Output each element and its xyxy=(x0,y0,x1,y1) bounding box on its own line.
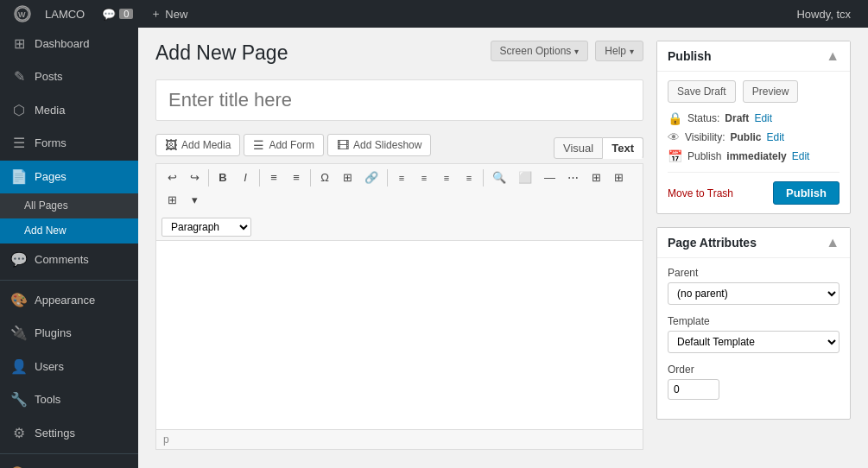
sidebar-item-pages[interactable]: 📄 Pages xyxy=(0,161,138,193)
add-form-button[interactable]: ☰ Add Form xyxy=(244,134,324,156)
order-label: Order xyxy=(668,364,839,376)
align-justify-button[interactable]: ≡ xyxy=(459,168,479,188)
sidebar-sep2 xyxy=(0,453,138,454)
italic-button[interactable]: I xyxy=(235,168,256,188)
title-input[interactable] xyxy=(155,79,643,121)
page-attributes-body: Parent (no parent) Template Default Temp… xyxy=(657,258,850,419)
sidebar-item-media[interactable]: ⬡ Media xyxy=(0,94,138,127)
sidebar-item-tools[interactable]: 🔧 Tools xyxy=(0,383,138,416)
sidebar-item-appearance[interactable]: 🎨 Appearance xyxy=(0,284,138,317)
users-icon: 👤 xyxy=(10,357,28,376)
sidebar-item-users[interactable]: 👤 Users xyxy=(0,351,138,383)
undo-button[interactable]: ↩ xyxy=(162,168,182,188)
table-col-button[interactable]: ⊞ xyxy=(608,168,629,188)
status-label: Status: xyxy=(687,112,719,124)
screen-options-button[interactable]: Screen Options xyxy=(491,41,589,61)
visual-tab[interactable]: Visual xyxy=(554,137,603,159)
bold-button[interactable]: B xyxy=(212,168,233,188)
page-attributes-box: Page Attributes ▲ Parent (no parent) Tem… xyxy=(656,227,851,420)
parent-label: Parent xyxy=(668,267,839,279)
publish-box-header[interactable]: Publish ▲ xyxy=(657,41,850,72)
sidebar-item-settings[interactable]: ⚙ Settings xyxy=(0,417,138,450)
visibility-edit-link[interactable]: Edit xyxy=(766,131,784,143)
more-button[interactable]: ⋯ xyxy=(562,168,584,188)
sidebar: ⊞ Dashboard ✎ Posts ⬡ Media ☰ Forms 📄 Pa… xyxy=(0,28,138,468)
publish-when-label: Publish xyxy=(687,150,721,162)
comments-icon: 💬 xyxy=(10,250,28,269)
editor-footer: p xyxy=(155,430,643,450)
parent-select[interactable]: (no parent) xyxy=(668,282,839,305)
main-layout: ⊞ Dashboard ✎ Posts ⬡ Media ☰ Forms 📄 Pa… xyxy=(0,28,868,468)
toolbar-sep xyxy=(208,169,209,187)
wp-logo[interactable]: W xyxy=(9,0,36,28)
media-buttons: 🖼 Add Media ☰ Add Form 🎞 Add Slideshow xyxy=(155,134,431,156)
admin-bar: W LAMCO 💬 0 ＋ New Howdy, tcx xyxy=(0,0,868,28)
add-media-button[interactable]: 🖼 Add Media xyxy=(155,134,240,156)
sidebar-item-theme-settings[interactable]: 🎨 Theme Settings xyxy=(0,458,138,468)
ordered-list-button[interactable]: ≡ xyxy=(286,168,307,188)
table-row-button[interactable]: ⊞ xyxy=(586,168,606,188)
paragraph-select[interactable]: ParagraphHeading 1Heading 2Heading 3Head… xyxy=(162,218,251,237)
editor-tag: p xyxy=(163,433,169,446)
save-draft-button[interactable]: Save Draft xyxy=(668,80,736,103)
align-left-button[interactable]: ≡ xyxy=(391,168,412,188)
order-input[interactable] xyxy=(668,379,719,400)
table-icon-button[interactable]: ⊞ xyxy=(337,168,358,188)
add-new-label: Add New xyxy=(24,224,67,238)
adminbar-new-label: New xyxy=(165,8,187,21)
move-to-trash-button[interactable]: Move to Trash xyxy=(668,187,733,199)
adminbar-site[interactable]: LAMCO xyxy=(36,0,93,28)
sidebar-sep xyxy=(0,280,138,281)
media-buttons-row: 🖼 Add Media ☰ Add Form 🎞 Add Slideshow V… xyxy=(155,134,643,163)
sidebar-item-comments[interactable]: 💬 Comments xyxy=(0,243,138,276)
sidebar-item-posts[interactable]: ✎ Posts xyxy=(0,60,138,93)
status-value: Draft xyxy=(725,112,749,124)
image-button[interactable]: ⬜ xyxy=(513,168,537,188)
toolbar-sep xyxy=(259,169,260,187)
sidebar-item-label: Dashboard xyxy=(35,36,90,52)
content-area: Add New Page Screen Options Help 🖼 xyxy=(138,28,868,468)
sidebar-item-forms[interactable]: ☰ Forms xyxy=(0,127,138,160)
help-button[interactable]: Help xyxy=(595,41,643,61)
right-column: Publish ▲ Save Draft Preview 🔒 Sta xyxy=(643,41,851,455)
sidebar-item-plugins[interactable]: 🔌 Plugins xyxy=(0,317,138,350)
publish-edit-link[interactable]: Edit xyxy=(792,150,810,162)
add-form-icon: ☰ xyxy=(253,138,264,152)
sidebar-item-label: Media xyxy=(35,103,65,118)
table-extra-button[interactable]: ⊞ xyxy=(162,190,182,211)
editor-body[interactable] xyxy=(155,240,643,430)
editor-column: Add New Page Screen Options Help 🖼 xyxy=(155,41,643,455)
sidebar-item-add-new[interactable]: Add New xyxy=(0,218,138,243)
sidebar-item-label: Tools xyxy=(35,392,60,408)
posts-icon: ✎ xyxy=(10,67,28,86)
add-slideshow-button[interactable]: 🎞 Add Slideshow xyxy=(327,134,431,156)
media-icon: ⬡ xyxy=(10,101,28,120)
align-center-button[interactable]: ≡ xyxy=(414,168,434,188)
parent-row: Parent (no parent) xyxy=(668,267,839,305)
redo-button[interactable]: ↪ xyxy=(184,168,205,188)
adminbar-comments[interactable]: 💬 0 xyxy=(93,0,142,28)
publish-box-title: Publish xyxy=(668,49,712,63)
link-button[interactable]: 🔗 xyxy=(359,168,383,188)
page-attributes-header[interactable]: Page Attributes ▲ xyxy=(657,228,850,258)
toolbar-sep xyxy=(483,169,484,187)
extra-button[interactable]: ▾ xyxy=(184,190,205,211)
sidebar-item-dashboard[interactable]: ⊞ Dashboard xyxy=(0,28,138,60)
special-chars-button[interactable]: Ω xyxy=(314,168,335,188)
dashboard-icon: ⊞ xyxy=(10,35,28,54)
settings-icon: ⚙ xyxy=(10,424,28,443)
align-right-button[interactable]: ≡ xyxy=(436,168,457,188)
status-edit-link[interactable]: Edit xyxy=(754,112,772,124)
hr-button[interactable]: — xyxy=(539,168,561,188)
publish-button[interactable]: Publish xyxy=(773,181,839,205)
text-tab[interactable]: Text xyxy=(603,137,643,159)
tools-icon: 🔧 xyxy=(10,390,28,409)
preview-button[interactable]: Preview xyxy=(743,80,799,103)
sidebar-item-label: Pages xyxy=(35,169,67,185)
search-replace-button[interactable]: 🔍 xyxy=(487,168,511,188)
unordered-list-button[interactable]: ≡ xyxy=(263,168,284,188)
status-icon: 🔒 xyxy=(668,111,682,125)
adminbar-new[interactable]: ＋ New xyxy=(142,0,196,28)
sidebar-item-all-pages[interactable]: All Pages xyxy=(0,193,138,218)
template-select[interactable]: Default Template xyxy=(668,331,839,353)
